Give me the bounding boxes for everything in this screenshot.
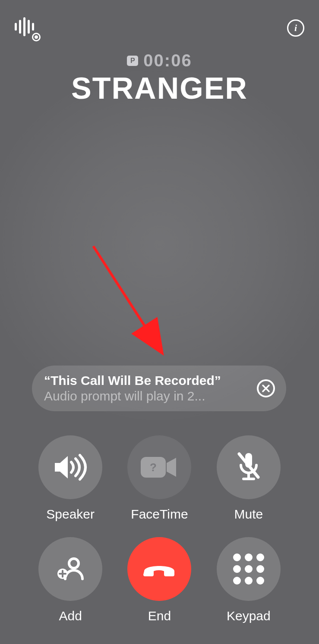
add-person-icon xyxy=(38,537,102,601)
end-button[interactable]: End xyxy=(127,537,191,623)
top-bar: i xyxy=(0,17,319,39)
keypad-label: Keypad xyxy=(227,609,271,623)
speaker-button[interactable]: Speaker xyxy=(38,435,102,522)
speaker-label: Speaker xyxy=(46,507,95,522)
facetime-button[interactable]: ? FaceTime xyxy=(127,435,191,522)
mute-label: Mute xyxy=(234,507,263,522)
timer-badge: P xyxy=(127,56,138,66)
add-button[interactable]: Add xyxy=(38,537,102,623)
phone-down-icon xyxy=(127,537,191,601)
recording-notification-subtitle: Audio prompt will play in 2... xyxy=(44,389,250,403)
add-label: Add xyxy=(59,609,82,623)
svg-text:?: ? xyxy=(150,461,157,474)
caller-name: STRANGER xyxy=(71,71,248,106)
recording-waveform-icon[interactable] xyxy=(15,17,37,39)
video-unknown-icon: ? xyxy=(127,435,191,499)
mic-off-icon xyxy=(217,435,281,499)
speaker-icon xyxy=(38,435,102,499)
close-icon[interactable] xyxy=(257,379,275,397)
call-buttons: Speaker ? FaceTime Mute xyxy=(0,435,319,623)
call-timer: 00:06 xyxy=(143,51,192,70)
recording-notification: “This Call Will Be Recorded” Audio promp… xyxy=(32,366,286,411)
timer-row: P 00:06 xyxy=(127,51,192,70)
recording-notification-title: “This Call Will Be Recorded” xyxy=(44,373,250,388)
info-icon[interactable]: i xyxy=(287,19,304,37)
end-label: End xyxy=(148,609,171,623)
facetime-label: FaceTime xyxy=(131,507,188,522)
record-dot-icon xyxy=(32,33,41,41)
keypad-icon xyxy=(217,537,281,601)
call-header: P 00:06 STRANGER xyxy=(0,51,319,106)
svg-point-10 xyxy=(69,559,79,568)
keypad-button[interactable]: Keypad xyxy=(217,537,281,623)
mute-button[interactable]: Mute xyxy=(217,435,281,522)
recording-notification-text: “This Call Will Be Recorded” Audio promp… xyxy=(44,373,250,403)
